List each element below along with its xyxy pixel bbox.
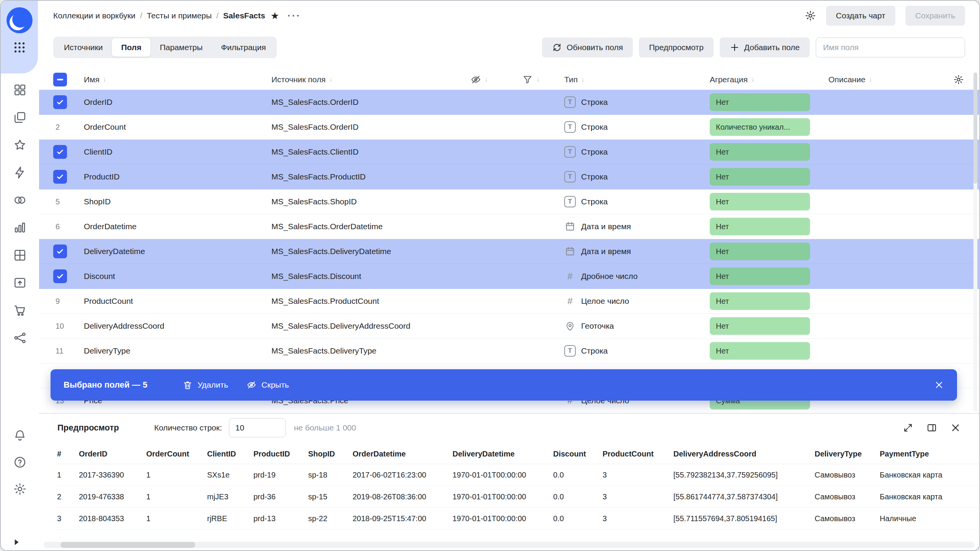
- field-name-search-input[interactable]: [816, 37, 965, 57]
- breadcrumb-item[interactable]: Коллекции и воркбуки: [53, 11, 136, 20]
- field-type[interactable]: TСтрока: [564, 146, 710, 158]
- aggregation-badge[interactable]: Нет: [710, 218, 810, 235]
- datalens-logo-icon[interactable]: [6, 7, 33, 34]
- vertical-scrollbar[interactable]: [973, 72, 977, 412]
- field-row[interactable]: OrderIDMS_SalesFacts.OrderIDTСтрокаНет: [39, 90, 979, 115]
- dataset-settings-gear-icon[interactable]: [805, 10, 816, 21]
- row-count-input[interactable]: [229, 418, 286, 437]
- refresh-fields-button[interactable]: Обновить поля: [542, 37, 633, 57]
- field-type[interactable]: TСтрока: [564, 196, 710, 207]
- more-menu-icon[interactable]: ···: [287, 11, 301, 21]
- field-name: DeliveryAddressCoord: [84, 321, 271, 331]
- aggregation-badge[interactable]: Количество уникал...: [710, 118, 810, 136]
- marketplace-icon[interactable]: [13, 303, 27, 317]
- horizontal-scrollbar[interactable]: [44, 542, 975, 548]
- preview-cell: 1970-01-01T00:00:00: [452, 471, 553, 479]
- row-checkbox-checked[interactable]: [53, 245, 67, 258]
- field-row[interactable]: ClientIDMS_SalesFacts.ClientIDTСтрокаНет: [39, 140, 979, 165]
- dashboards-icon[interactable]: [13, 83, 27, 97]
- create-chart-button[interactable]: Создать чарт: [826, 6, 895, 26]
- preview-toggle-button[interactable]: Предпросмотр: [639, 37, 713, 57]
- add-field-button[interactable]: Добавить поле: [720, 37, 810, 57]
- storage-icon[interactable]: [13, 276, 27, 290]
- collections-icon[interactable]: [13, 111, 27, 124]
- aggregation-badge[interactable]: Нет: [710, 168, 810, 186]
- hide-selected-button[interactable]: Скрыть: [247, 380, 289, 390]
- row-count-label: Количество строк:: [154, 423, 222, 432]
- field-type[interactable]: #Дробное число: [564, 271, 710, 282]
- close-preview-icon[interactable]: [950, 422, 961, 433]
- column-header-type[interactable]: Тип↓: [564, 75, 710, 84]
- column-header-aggregation[interactable]: Агрегация↓: [710, 75, 828, 84]
- aggregation-badge[interactable]: Нет: [710, 342, 810, 360]
- row-checkbox-checked[interactable]: [53, 269, 67, 283]
- aggregation-badge[interactable]: Нет: [710, 93, 810, 111]
- field-type[interactable]: #Целое число: [564, 296, 710, 306]
- field-row[interactable]: 2OrderCountMS_SalesFacts.OrderIDTСтрокаК…: [39, 115, 979, 140]
- breadcrumb-item[interactable]: Тесты и примеры: [147, 11, 212, 20]
- apps-grid-icon[interactable]: [13, 41, 26, 54]
- field-type[interactable]: TСтрока: [564, 345, 710, 357]
- field-row[interactable]: 11DeliveryTypeMS_SalesFacts.DeliveryType…: [39, 339, 979, 364]
- preview-column-header: DeliveryType: [815, 450, 880, 458]
- delete-selected-button[interactable]: Удалить: [183, 380, 228, 390]
- row-checkbox-checked[interactable]: [53, 170, 67, 184]
- notifications-icon[interactable]: [13, 429, 27, 442]
- save-button[interactable]: Сохранить: [905, 6, 965, 26]
- aggregation-badge[interactable]: Нет: [710, 143, 810, 161]
- field-type[interactable]: Дата и время: [564, 221, 710, 232]
- aggregation-badge[interactable]: Нет: [710, 193, 810, 210]
- aggregation-badge[interactable]: Нет: [710, 243, 810, 260]
- table-settings-gear-icon[interactable]: [953, 74, 964, 85]
- field-type[interactable]: TСтрока: [564, 96, 710, 108]
- column-header-filter[interactable]: ↓: [522, 74, 564, 85]
- sort-arrow-icon: ↓: [536, 76, 540, 83]
- select-all-checkbox[interactable]: [53, 73, 67, 86]
- aggregation-badge[interactable]: Нет: [710, 317, 810, 335]
- close-selection-toolbar-button[interactable]: [934, 380, 944, 390]
- favorites-icon[interactable]: [13, 138, 27, 152]
- datasets-icon[interactable]: [13, 248, 27, 262]
- field-row[interactable]: 6OrderDatetimeMS_SalesFacts.OrderDatetim…: [39, 214, 979, 239]
- column-header-hidden[interactable]: ↓: [470, 74, 522, 85]
- expand-sidebar-icon[interactable]: [11, 537, 21, 547]
- expand-preview-icon[interactable]: [903, 422, 913, 433]
- fields-table-body: OrderIDMS_SalesFacts.OrderIDTСтрокаНет2O…: [39, 90, 979, 413]
- preview-column-header: #: [57, 450, 79, 458]
- aggregation-badge[interactable]: Нет: [710, 292, 810, 310]
- string-type-icon: T: [564, 345, 576, 357]
- field-row[interactable]: 9ProductCountMS_SalesFacts.ProductCount#…: [39, 289, 979, 314]
- help-icon[interactable]: [13, 455, 27, 469]
- field-type[interactable]: Дата и время: [564, 246, 710, 257]
- field-row[interactable]: 5ShopIDMS_SalesFacts.ShopIDTСтрокаНет: [39, 189, 979, 214]
- column-header-description[interactable]: Описание↓: [828, 75, 939, 84]
- row-checkbox-checked[interactable]: [53, 95, 67, 109]
- tab-parameters[interactable]: Параметры: [150, 38, 212, 57]
- column-header-name[interactable]: Имя↓: [84, 75, 271, 84]
- vertical-scrollbar-thumb[interactable]: [973, 73, 977, 184]
- field-type[interactable]: TСтрока: [564, 121, 710, 133]
- column-header-source[interactable]: Источник поля↓: [271, 75, 470, 84]
- tab-filtering[interactable]: Фильтрация: [212, 38, 275, 57]
- field-row[interactable]: DeliveryDatetimeMS_SalesFacts.DeliveryDa…: [39, 239, 979, 264]
- charts-icon[interactable]: [13, 221, 27, 235]
- field-row[interactable]: DiscountMS_SalesFacts.Discount#Дробное ч…: [39, 264, 979, 289]
- field-type[interactable]: Геоточка: [564, 320, 710, 332]
- favorite-star-icon[interactable]: ★: [271, 10, 279, 21]
- connections-icon[interactable]: [13, 166, 27, 179]
- field-row[interactable]: ProductIDMS_SalesFacts.ProductIDTСтрокаН…: [39, 165, 979, 189]
- settings-icon[interactable]: [13, 482, 27, 496]
- preview-column-header: ShopID: [308, 450, 353, 458]
- tab-sources[interactable]: Источники: [55, 38, 112, 57]
- preview-column-header: OrderID: [79, 450, 146, 458]
- dock-panel-icon[interactable]: [926, 422, 937, 433]
- aggregation-badge[interactable]: Нет: [710, 267, 810, 285]
- row-checkbox-checked[interactable]: [53, 145, 67, 159]
- horizontal-scrollbar-thumb[interactable]: [60, 542, 195, 548]
- preview-cell: [55.711557694,37.805194165]: [673, 514, 815, 523]
- monitoring-icon[interactable]: [13, 193, 27, 207]
- field-type[interactable]: TСтрока: [564, 171, 710, 183]
- services-icon[interactable]: [13, 331, 27, 345]
- tab-fields[interactable]: Поля: [112, 38, 150, 57]
- field-row[interactable]: 10DeliveryAddressCoordMS_SalesFacts.Deli…: [39, 314, 979, 339]
